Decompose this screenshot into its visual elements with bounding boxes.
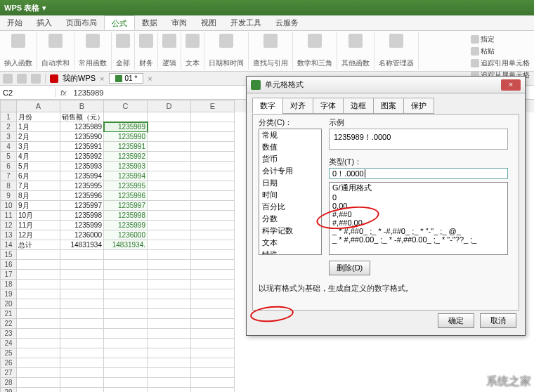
col-header-C[interactable]: C (104, 100, 148, 112)
cell[interactable] (191, 348, 235, 358)
row-header[interactable]: 13 (0, 230, 17, 240)
cell[interactable] (60, 319, 104, 329)
cell[interactable]: 1235991 (60, 142, 104, 152)
cell[interactable] (104, 329, 148, 339)
ribbon-more[interactable]: 其他函数 (337, 32, 375, 70)
ribbon-sigma[interactable]: 自动求和 (37, 32, 74, 70)
cell[interactable]: 3月 (17, 142, 60, 152)
cell[interactable] (104, 378, 148, 388)
menu-tab-页面布局[interactable]: 页面布局 (59, 15, 104, 30)
ribbon-math[interactable]: 数学和三角 (293, 32, 337, 70)
cell[interactable] (104, 388, 148, 392)
row-header[interactable]: 15 (0, 250, 17, 260)
cell[interactable] (148, 230, 191, 240)
delete-button[interactable]: 删除(D) (329, 261, 370, 275)
cell[interactable] (148, 112, 191, 122)
cancel-button[interactable]: 取消 (480, 313, 516, 328)
cell[interactable]: 1235999 (60, 221, 104, 230)
cell[interactable] (148, 240, 191, 250)
cell[interactable]: 6月 (17, 171, 60, 181)
row-header[interactable]: 5 (0, 152, 17, 162)
row-header[interactable]: 9 (0, 191, 17, 201)
qa-redo-icon[interactable] (31, 74, 41, 84)
cell[interactable]: 1235990 (60, 132, 104, 142)
close-doc-icon[interactable]: × (148, 74, 152, 83)
cell[interactable]: 1235990 (104, 132, 148, 142)
format-item[interactable]: _ * #,##0_ ;_ * -#,##0_ ;_ * "-"_ ;_ @_ (330, 227, 507, 235)
dialog-tab-数字[interactable]: 数字 (252, 98, 283, 114)
cell[interactable] (60, 309, 104, 319)
cell[interactable] (17, 250, 60, 260)
app-dropdown-icon[interactable]: ▾ (42, 4, 46, 13)
cell[interactable]: 1235991 (104, 142, 148, 152)
cell[interactable] (60, 250, 104, 260)
cell[interactable]: 1235992 (104, 152, 148, 162)
cell[interactable] (148, 270, 191, 280)
cell[interactable] (148, 201, 191, 211)
cell[interactable] (104, 339, 148, 348)
cell[interactable] (60, 329, 104, 339)
row-header[interactable]: 28 (0, 378, 17, 388)
cell[interactable] (148, 280, 191, 289)
cell[interactable] (148, 309, 191, 319)
cell[interactable] (17, 270, 60, 280)
cell[interactable] (104, 280, 148, 289)
cell[interactable] (17, 378, 60, 388)
cell[interactable] (60, 299, 104, 309)
menu-tab-数据[interactable]: 数据 (135, 15, 164, 30)
row-header[interactable]: 19 (0, 289, 17, 299)
cell[interactable] (191, 181, 235, 191)
col-header-A[interactable]: A (17, 100, 60, 112)
cell[interactable]: 1235997 (60, 201, 104, 211)
category-item[interactable]: 时间 (259, 189, 321, 201)
cell[interactable] (148, 142, 191, 152)
cell[interactable] (191, 201, 235, 211)
cell[interactable] (191, 339, 235, 348)
cell[interactable] (191, 329, 235, 339)
cell[interactable]: 14831934 (60, 240, 104, 250)
cell[interactable] (148, 162, 191, 171)
cell[interactable] (191, 319, 235, 329)
cell[interactable] (148, 329, 191, 339)
cell[interactable] (60, 280, 104, 289)
category-listbox[interactable]: 常规数值货币会计专用日期时间百分比分数科学记数文本特殊自定义 (259, 129, 322, 255)
row-header[interactable]: 23 (0, 329, 17, 339)
ribbon-text[interactable]: 文本 (181, 32, 204, 70)
qa-undo-icon[interactable] (17, 74, 27, 84)
cell[interactable] (17, 309, 60, 319)
cell[interactable] (60, 368, 104, 378)
cell[interactable] (104, 112, 148, 122)
qa-save-icon[interactable] (3, 74, 13, 84)
col-header-E[interactable]: E (191, 100, 235, 112)
row-header[interactable]: 12 (0, 221, 17, 230)
cell[interactable]: 1235989 (60, 122, 104, 132)
category-item[interactable]: 日期 (259, 177, 321, 189)
row-header[interactable]: 14 (0, 240, 17, 250)
cell[interactable] (60, 378, 104, 388)
cell[interactable] (17, 260, 60, 270)
format-item[interactable]: 0.00 (330, 202, 507, 210)
cell[interactable]: 销售额（元） (60, 112, 104, 122)
cell[interactable] (191, 122, 235, 132)
cell[interactable] (191, 388, 235, 392)
cell[interactable]: 1235996 (104, 191, 148, 201)
cell[interactable] (191, 289, 235, 299)
cell[interactable] (60, 270, 104, 280)
cell[interactable]: 9月 (17, 201, 60, 211)
cell[interactable] (191, 211, 235, 221)
row-header[interactable]: 11 (0, 211, 17, 221)
ribbon-logic[interactable]: 逻辑 (158, 32, 181, 70)
row-header[interactable]: 1 (0, 112, 17, 122)
menu-tab-公式[interactable]: 公式 (104, 15, 135, 30)
cell[interactable] (191, 299, 235, 309)
ribbon-all[interactable]: 全部 (112, 32, 135, 70)
menu-tab-审阅[interactable]: 审阅 (164, 15, 194, 30)
row-header[interactable]: 8 (0, 181, 17, 191)
cell[interactable] (191, 221, 235, 230)
cell[interactable] (148, 250, 191, 260)
cell[interactable] (60, 289, 104, 299)
document-tab[interactable]: 01 * (109, 73, 144, 84)
cell[interactable] (148, 152, 191, 162)
category-item[interactable]: 货币 (259, 153, 321, 165)
cell[interactable] (191, 368, 235, 378)
